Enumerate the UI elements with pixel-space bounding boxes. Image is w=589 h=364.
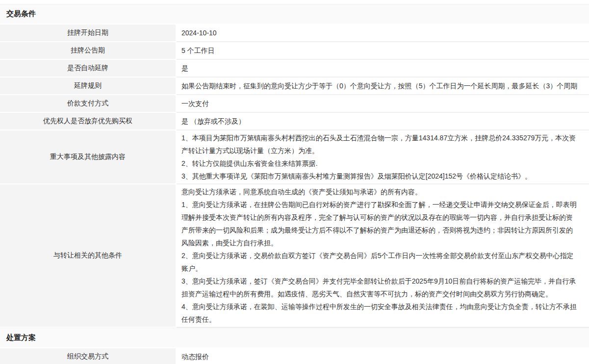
- table-row-major-matters-disclosure: 重大事项及其他披露内容 1、本项目为莱阳市万第镇南寨头村村西挖出的石头及土石渣混…: [0, 130, 589, 183]
- section-title-disposal-plan: 处置方案: [6, 333, 36, 342]
- row-value: 意向受让方须承诺，同意系统自动生成的《资产受让须知与承诺》的所有内容。 1、意向…: [177, 184, 589, 327]
- listing-detail-table: 交易条件 挂牌开始日期 2024-10-10 挂牌公告期 5 个工作日 是否自动…: [0, 0, 589, 364]
- row-label: 重大事项及其他披露内容: [0, 130, 176, 183]
- row-label: 延牌规则: [0, 78, 176, 94]
- row-label: 组织交易方式: [0, 348, 176, 364]
- table-row-priority-right-waiver: 优先权人是否放弃优先购买权 是 （放弃或不涉及）: [0, 113, 589, 130]
- row-label: 优先权人是否放弃优先购买权: [0, 113, 176, 130]
- row-value: 如果公告期结束时，征集到的意向受让方少于等于（0）个意向受让方，按照（5）个工作…: [177, 78, 589, 94]
- table-row-transaction-organization-method: 组织交易方式 动态报价: [0, 348, 589, 364]
- row-label: 与转让相关的其他条件: [0, 184, 176, 327]
- row-value: 1、本项目为莱阳市万第镇南寨头村村西挖出的石头及土石渣混合物一宗，方量14314…: [177, 130, 589, 183]
- section-title-trade-conditions: 交易条件: [6, 9, 36, 19]
- row-value: 是: [177, 60, 589, 77]
- table-row-listing-start-date: 挂牌开始日期 2024-10-10: [0, 25, 589, 41]
- row-value: 2024-10-10: [177, 25, 589, 41]
- table-row-payment-method: 价款支付方式 一次支付: [0, 95, 589, 112]
- section-header-trade-conditions: 交易条件: [0, 4, 589, 24]
- row-label: 是否自动延牌: [0, 60, 176, 77]
- section-header-disposal-plan: 处置方案: [0, 328, 589, 347]
- table-row-auto-extension: 是否自动延牌 是: [0, 60, 589, 77]
- row-value: 一次支付: [177, 95, 589, 112]
- table-row-announcement-period: 挂牌公告期 5 个工作日: [0, 42, 589, 59]
- row-label: 挂牌开始日期: [0, 25, 176, 41]
- row-label: 价款支付方式: [0, 95, 176, 112]
- table-row-extension-rule: 延牌规则 如果公告期结束时，征集到的意向受让方少于等于（0）个意向受让方，按照（…: [0, 78, 589, 94]
- row-value: 动态报价: [177, 348, 589, 364]
- table-row-other-transfer-conditions: 与转让相关的其他条件 意向受让方须承诺，同意系统自动生成的《资产受让须知与承诺》…: [0, 184, 589, 327]
- row-value: 5 个工作日: [177, 42, 589, 59]
- row-label: 挂牌公告期: [0, 42, 176, 59]
- row-value: 是 （放弃或不涉及）: [177, 113, 589, 130]
